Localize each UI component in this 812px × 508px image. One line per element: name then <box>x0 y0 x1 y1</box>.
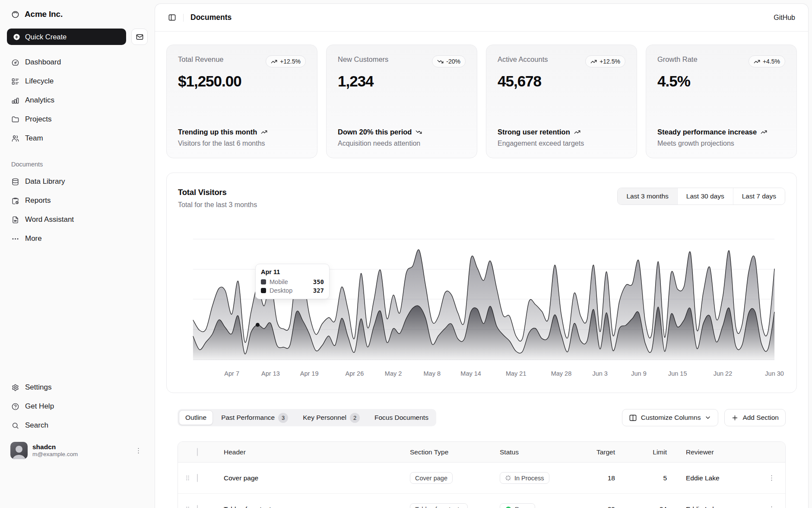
tab-count-badge: 2 <box>350 413 360 423</box>
nav-item-label: Dashboard <box>25 58 61 67</box>
row-reviewer-cell[interactable]: Eddie Lake <box>680 505 758 508</box>
settings-icon <box>11 383 19 392</box>
customize-columns-button[interactable]: Customize Columns <box>622 409 719 426</box>
col-status: Status <box>500 448 580 456</box>
trend-badge: +12.5% <box>266 55 306 67</box>
sidebar-item-search[interactable]: Search <box>7 416 148 435</box>
dots-icon <box>11 235 19 243</box>
customize-columns-label: Customize Columns <box>641 414 701 422</box>
tab-focus-documents[interactable]: Focus Documents <box>368 410 435 425</box>
tooltip-series-row: Mobile350 <box>261 278 324 285</box>
visitors-chart-card: Total Visitors Total for the last 3 mont… <box>166 173 797 393</box>
github-link[interactable]: GitHub <box>774 14 795 22</box>
sidebar-toggle-icon[interactable] <box>168 13 176 22</box>
row-menu-icon[interactable] <box>758 505 785 508</box>
x-tick-label: Apr 26 <box>345 370 364 377</box>
sidebar-item-projects[interactable]: Projects <box>7 110 148 129</box>
stat-card-1: Total Revenue+12.5%$1,250.00Trending up … <box>166 45 317 158</box>
stat-value: 45,678 <box>498 73 625 90</box>
footer-item-label: Get Help <box>25 402 54 411</box>
x-tick-label: May 2 <box>385 370 402 377</box>
row-status-cell: Done <box>500 503 580 508</box>
x-tick-label: May 21 <box>506 370 527 377</box>
range-option-last-7-days[interactable]: Last 7 days <box>733 188 785 204</box>
status-badge: Done <box>500 503 535 508</box>
trend-badge-value: +4.5% <box>763 58 780 65</box>
sidebar-item-dashboard[interactable]: Dashboard <box>7 53 148 72</box>
row-reviewer-cell[interactable]: Eddie Lake <box>680 474 758 482</box>
nav-item-label: Analytics <box>25 96 54 105</box>
stat-card-3: Active Accounts+12.5%45,678Strong user r… <box>486 45 637 158</box>
trending-up-icon <box>271 58 277 65</box>
row-target-cell[interactable]: 18 <box>580 474 628 482</box>
trending-down-icon <box>416 129 422 135</box>
stat-footer-line2: Acquisition needs attention <box>338 140 466 147</box>
stat-label: New Customers <box>338 55 388 64</box>
row-checkbox[interactable] <box>197 505 198 508</box>
tab-past-performance[interactable]: Past Performance3 <box>215 410 295 425</box>
tab-outline[interactable]: Outline <box>179 410 213 425</box>
row-header-cell[interactable]: Cover page <box>218 474 410 482</box>
user-menu-kebab-icon[interactable] <box>133 445 144 457</box>
quick-create-button[interactable]: Quick Create <box>7 29 126 45</box>
row-target-cell[interactable]: 29 <box>580 505 628 508</box>
table-header-row: Header Section Type Status Target Limit … <box>178 442 785 463</box>
row-limit-cell[interactable]: 5 <box>628 474 680 482</box>
section-type-badge: Cover page <box>410 472 453 484</box>
sidebar-footer: SettingsGet HelpSearch shadcn m@example.… <box>7 378 148 462</box>
list-details-icon <box>11 77 19 86</box>
drag-handle-icon[interactable] <box>178 505 197 508</box>
status-badge: In Process <box>500 472 549 484</box>
sidebar-item-lifecycle[interactable]: Lifecycle <box>7 72 148 91</box>
stat-label: Total Revenue <box>178 55 224 64</box>
chevron-down-icon <box>704 414 711 421</box>
x-tick-label: May 14 <box>460 370 481 377</box>
add-section-label: Add Section <box>742 414 779 422</box>
stat-footer-line1: Steady performance increase <box>657 128 785 137</box>
tooltip-series-label: Desktop <box>270 287 292 294</box>
doc-item-label: More <box>25 234 42 243</box>
stat-cards: Total Revenue+12.5%$1,250.00Trending up … <box>155 32 808 158</box>
sidebar-item-data-library[interactable]: Data Library <box>7 172 148 191</box>
range-option-last-30-days[interactable]: Last 30 days <box>677 188 733 204</box>
section-bar: OutlinePast Performance3Key Personnel2Fo… <box>178 409 786 426</box>
stat-label: Active Accounts <box>498 55 548 64</box>
sidebar-item-analytics[interactable]: Analytics <box>7 91 148 110</box>
trend-badge-value: +12.5% <box>599 58 620 65</box>
drag-handle-icon[interactable] <box>178 474 197 482</box>
check-circle-icon <box>505 506 512 508</box>
row-menu-icon[interactable] <box>758 474 785 482</box>
sidebar-item-word-assistant[interactable]: Word Assistant <box>7 210 148 229</box>
sidebar-item-settings[interactable]: Settings <box>7 378 148 397</box>
tabs-list: OutlinePast Performance3Key Personnel2Fo… <box>178 409 436 426</box>
trend-badge: +4.5% <box>749 55 785 67</box>
table-actions: Customize Columns Add Section <box>622 409 786 426</box>
tab-count-badge: 3 <box>278 413 288 423</box>
quick-create-row: Quick Create <box>7 29 148 45</box>
tab-key-personnel[interactable]: Key Personnel2 <box>296 410 366 425</box>
sidebar-item-team[interactable]: Team <box>7 129 148 148</box>
stat-footer-line2: Meets growth projections <box>657 140 785 147</box>
report-icon <box>11 197 19 205</box>
quick-create-label: Quick Create <box>25 33 67 41</box>
x-tick-label: May 28 <box>551 370 572 377</box>
brand[interactable]: Acme Inc. <box>7 7 148 22</box>
trending-down-icon <box>437 58 444 65</box>
row-limit-cell[interactable]: 24 <box>628 505 680 508</box>
sidebar-item-reports[interactable]: Reports <box>7 191 148 210</box>
sidebar-documents-nav: Data LibraryReportsWord AssistantMore <box>7 172 148 248</box>
range-option-last-3-months[interactable]: Last 3 months <box>618 188 677 204</box>
avatar <box>10 442 28 459</box>
inbox-button[interactable] <box>131 29 148 45</box>
page-title: Documents <box>190 13 232 22</box>
user-menu[interactable]: shadcn m@example.com <box>7 439 148 462</box>
row-checkbox[interactable] <box>197 474 198 482</box>
nav-item-label: Lifecycle <box>25 77 54 86</box>
x-tick-label: Apr 13 <box>261 370 280 377</box>
add-section-button[interactable]: Add Section <box>724 409 786 426</box>
chart-tooltip: Apr 11 Mobile350Desktop327 <box>255 264 330 299</box>
row-header-cell[interactable]: Table of contents <box>218 505 410 508</box>
sidebar-item-more[interactable]: More <box>7 229 148 248</box>
sidebar-item-get-help[interactable]: Get Help <box>7 397 148 416</box>
select-all-checkbox[interactable] <box>197 448 198 456</box>
